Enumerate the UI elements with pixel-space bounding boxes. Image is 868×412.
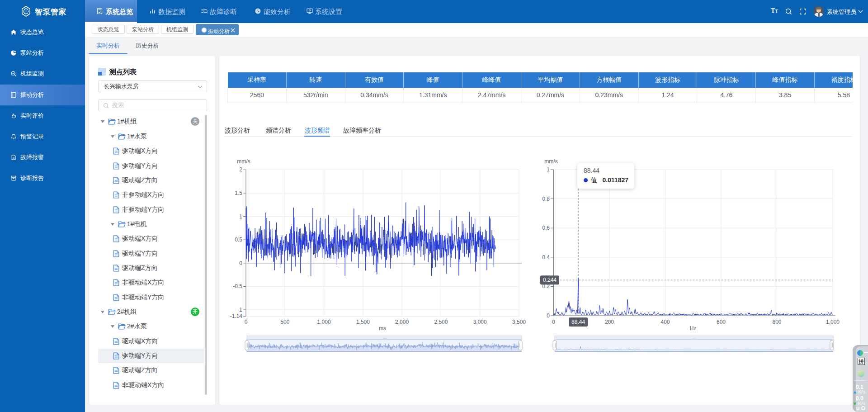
- svg-text:...: ...: [693, 336, 695, 339]
- svg-text:600: 600: [717, 319, 726, 325]
- svg-text:mm/s: mm/s: [237, 158, 250, 165]
- svg-text:1: 1: [547, 166, 550, 173]
- svg-text:2,500: 2,500: [434, 319, 448, 325]
- svg-text:0.244: 0.244: [543, 277, 557, 283]
- svg-text:0.8: 0.8: [542, 196, 550, 202]
- svg-text:...: ...: [383, 336, 386, 339]
- svg-text:-1.14: -1.14: [230, 313, 243, 319]
- svg-text:400: 400: [660, 319, 670, 325]
- svg-text:1: 1: [239, 213, 242, 220]
- svg-text:500: 500: [280, 319, 289, 325]
- svg-text:2: 2: [239, 166, 242, 173]
- svg-text:0.5: 0.5: [235, 237, 242, 243]
- svg-text:1,000: 1,000: [826, 319, 840, 325]
- svg-text:200: 200: [605, 319, 614, 325]
- svg-text:3,000: 3,000: [473, 319, 487, 325]
- svg-text:0: 0: [245, 319, 248, 325]
- svg-text:800: 800: [772, 319, 781, 325]
- svg-text:1,000: 1,000: [317, 319, 331, 325]
- svg-text:3,500: 3,500: [512, 319, 526, 325]
- svg-text:Hz: Hz: [690, 325, 697, 331]
- svg-text:0: 0: [239, 260, 242, 266]
- svg-text:0.6: 0.6: [542, 225, 550, 231]
- svg-text:ms: ms: [379, 325, 386, 331]
- svg-text:88.44: 88.44: [571, 319, 585, 325]
- svg-text:-1: -1: [237, 307, 242, 313]
- svg-text:0.4: 0.4: [542, 254, 550, 260]
- svg-text:0: 0: [552, 319, 555, 325]
- svg-text:-0.5: -0.5: [233, 283, 242, 289]
- svg-text:0: 0: [547, 313, 550, 319]
- svg-text:2,000: 2,000: [395, 319, 409, 325]
- svg-text:1.5: 1.5: [235, 190, 242, 196]
- svg-text:mm/s: mm/s: [544, 158, 557, 165]
- svg-text:1,500: 1,500: [356, 319, 370, 325]
